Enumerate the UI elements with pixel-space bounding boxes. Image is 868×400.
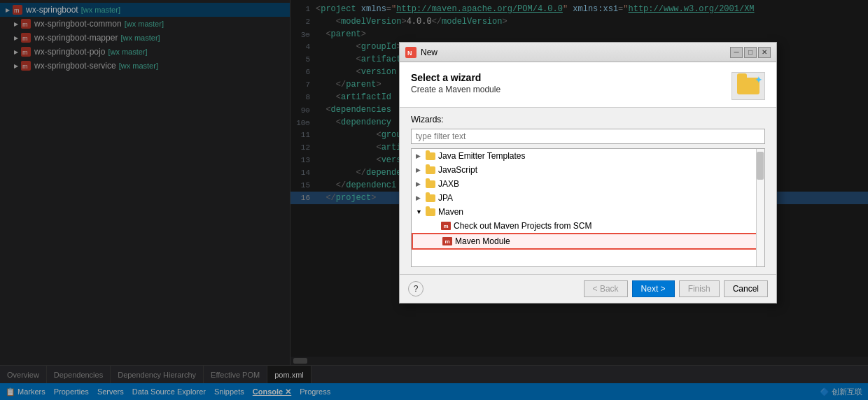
close-button[interactable]: ✕ bbox=[758, 47, 771, 58]
dialog-titlebar: N New ─ □ ✕ bbox=[400, 43, 776, 62]
dialog-title-text: New bbox=[421, 48, 438, 57]
wizard-item-jpa[interactable]: ▶ JPA bbox=[412, 191, 764, 205]
collapse-arrow-icon: ▶ bbox=[416, 194, 423, 201]
dialog-header-title: Select a wizard bbox=[411, 72, 500, 83]
maven-file-icon: m bbox=[441, 222, 451, 230]
new-wizard-dialog: N New ─ □ ✕ Select a wizard Create a Mav… bbox=[399, 42, 777, 303]
wizard-filter-input[interactable] bbox=[411, 129, 765, 144]
finish-button[interactable]: Finish bbox=[679, 280, 720, 297]
wizard-item-maven[interactable]: ▼ Maven bbox=[412, 205, 764, 219]
folder-icon bbox=[426, 208, 435, 216]
scrollbar-thumb[interactable] bbox=[757, 152, 764, 180]
help-button[interactable]: ? bbox=[408, 281, 424, 297]
folder-icon bbox=[426, 152, 435, 160]
wizard-item-jaxb[interactable]: ▶ JAXB bbox=[412, 177, 764, 191]
back-button[interactable]: < Back bbox=[584, 280, 628, 297]
dialog-header-icon: ✦ bbox=[732, 72, 765, 100]
dialog-title-left: N New bbox=[405, 47, 438, 58]
dialog-header-subtitle: Create a Maven module bbox=[411, 85, 500, 94]
wizards-label: Wizards: bbox=[411, 115, 765, 124]
expand-arrow-icon: ▼ bbox=[416, 208, 423, 215]
wizard-item-maven-module[interactable]: ▶ m Maven Module bbox=[412, 233, 764, 250]
modal-overlay: N New ─ □ ✕ Select a wizard Create a Mav… bbox=[0, 0, 868, 400]
wizards-list[interactable]: ▶ Java Emitter Templates ▶ JavaScript ▶ bbox=[412, 149, 764, 266]
footer-left: ? bbox=[408, 281, 424, 297]
folder-icon bbox=[426, 194, 435, 202]
dialog-header-text: Select a wizard Create a Maven module bbox=[411, 72, 500, 94]
maven-file-icon: m bbox=[442, 237, 452, 245]
collapse-arrow-icon: ▶ bbox=[416, 166, 423, 173]
dialog-body: Wizards: ▶ Java Emitter Templates ▶ Java… bbox=[400, 108, 776, 274]
wizards-list-container: ▶ Java Emitter Templates ▶ JavaScript ▶ bbox=[411, 148, 765, 267]
maximize-button[interactable]: □ bbox=[744, 47, 757, 58]
dialog-titlebar-buttons: ─ □ ✕ bbox=[730, 47, 771, 58]
folder-icon bbox=[426, 180, 435, 188]
minimize-button[interactable]: ─ bbox=[730, 47, 743, 58]
dialog-footer: ? < Back Next > Finish Cancel bbox=[400, 274, 776, 303]
collapse-arrow-icon: ▶ bbox=[416, 180, 423, 187]
folder-icon bbox=[426, 166, 435, 174]
svg-text:N: N bbox=[407, 50, 412, 57]
footer-right: < Back Next > Finish Cancel bbox=[584, 280, 768, 297]
wizard-item-checkout-maven[interactable]: ▶ m Check out Maven Projects from SCM bbox=[412, 219, 764, 233]
collapse-arrow-icon: ▶ bbox=[416, 152, 423, 159]
sparkle-icon: ✦ bbox=[755, 74, 763, 85]
scrollbar-track[interactable] bbox=[756, 149, 764, 266]
dialog-header: Select a wizard Create a Maven module ✦ bbox=[400, 62, 776, 108]
wizard-item-java-emitter[interactable]: ▶ Java Emitter Templates bbox=[412, 149, 764, 163]
dialog-title-icon: N bbox=[405, 47, 416, 58]
cancel-button[interactable]: Cancel bbox=[724, 280, 768, 297]
wizard-item-javascript[interactable]: ▶ JavaScript bbox=[412, 163, 764, 177]
next-button[interactable]: Next > bbox=[632, 280, 675, 297]
